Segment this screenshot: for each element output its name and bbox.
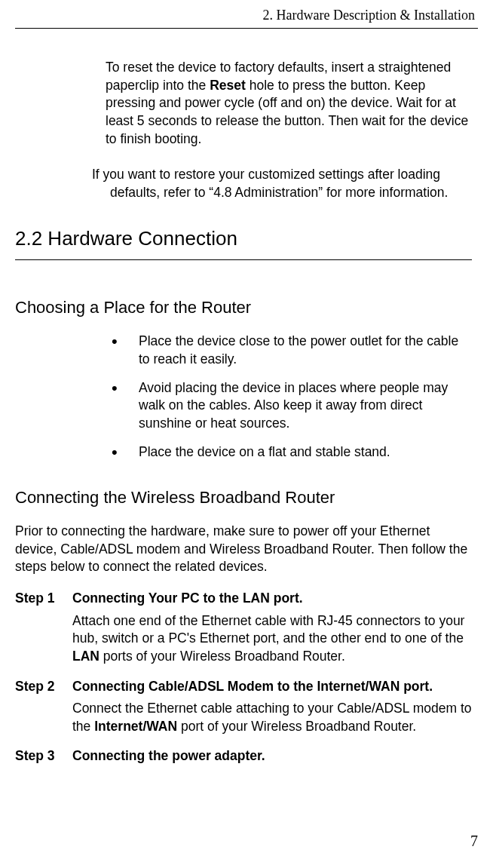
step-row: Step 1 Connecting Your PC to the LAN por… <box>15 590 472 673</box>
section-title: 2.2 Hardware Connection <box>15 227 472 260</box>
restore-line-2: defaults, refer to “4.8 Administration” … <box>92 184 472 202</box>
reset-paragraph: To reset the device to factory defaults,… <box>106 59 472 148</box>
step-text-c: port of your Wireless Broadband Router. <box>177 719 416 734</box>
chapter-title: 2. Hardware Description & Installation <box>263 8 475 23</box>
step-body: Connecting the power adapter. <box>72 747 472 770</box>
restore-paragraph: If you want to restore your customized s… <box>106 161 472 201</box>
step-label: Step 3 <box>15 747 72 770</box>
page-content: To reset the device to factory defaults,… <box>15 29 478 770</box>
step-label: Step 1 <box>15 590 72 673</box>
step-title: Connecting the power adapter. <box>72 747 472 765</box>
step-row: Step 2 Connecting Cable/ADSL Modem to th… <box>15 678 472 744</box>
steps-list: Step 1 Connecting Your PC to the LAN por… <box>15 590 472 770</box>
reset-bold: Reset <box>210 78 246 93</box>
choosing-heading: Choosing a Place for the Router <box>15 298 472 317</box>
page: 2. Hardware Description & Installation T… <box>0 0 493 868</box>
step-row: Step 3 Connecting the power adapter. <box>15 747 472 770</box>
connecting-intro: Prior to connecting the hardware, make s… <box>15 523 472 576</box>
list-item: Place the device on a flat and stable st… <box>106 443 472 462</box>
step-title: Connecting Cable/ADSL Modem to the Inter… <box>72 678 472 696</box>
page-header: 2. Hardware Description & Installation <box>15 8 478 29</box>
connecting-heading: Connecting the Wireless Broadband Router <box>15 488 472 508</box>
step-body: Connecting Cable/ADSL Modem to the Inter… <box>72 678 472 744</box>
step-text: Connect the Ethernet cable attaching to … <box>72 700 472 735</box>
step-title: Connecting Your PC to the LAN port. <box>72 590 472 608</box>
bullet-text: Place the device on a flat and stable st… <box>139 444 390 459</box>
step-text-bold: Internet/WAN <box>94 719 177 734</box>
bullet-text: Place the device close to the power outl… <box>139 333 458 367</box>
restore-line-1: If you want to restore your customized s… <box>92 166 472 184</box>
bullet-text: Avoid placing the device in places where… <box>139 380 448 431</box>
step-text: Attach one end of the Ethernet cable wit… <box>72 612 472 666</box>
page-number: 7 <box>470 833 478 850</box>
step-body: Connecting Your PC to the LAN port. Atta… <box>72 590 472 673</box>
step-text-c: ports of your Wireless Broadband Router. <box>100 649 345 664</box>
step-label: Step 2 <box>15 678 72 744</box>
step-text-bold: LAN <box>72 649 100 664</box>
list-item: Place the device close to the power outl… <box>106 333 472 368</box>
list-item: Avoid placing the device in places where… <box>106 379 472 433</box>
step-text-a: Attach one end of the Ethernet cable wit… <box>72 613 464 646</box>
choosing-bullets: Place the device close to the power outl… <box>106 333 472 461</box>
